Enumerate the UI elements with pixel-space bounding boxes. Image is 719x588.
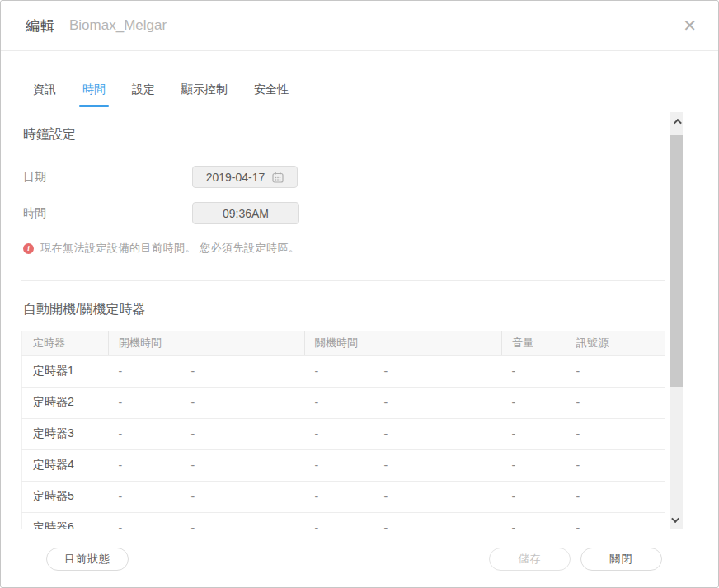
on-time: -	[181, 418, 305, 449]
on-time: -	[181, 449, 305, 481]
off-day: -	[305, 512, 374, 529]
scroll-down-button[interactable]	[670, 512, 683, 527]
scroll-up-button[interactable]	[670, 114, 683, 129]
warning-text: 現在無法設定設備的目前時間。 您必須先設定時區。	[40, 241, 300, 256]
tab-security[interactable]: 安全性	[252, 82, 290, 106]
volume: -	[502, 512, 566, 529]
close-icon[interactable]: ✕	[679, 14, 700, 37]
vertical-scrollbar[interactable]	[670, 112, 683, 529]
on-time: -	[181, 512, 305, 529]
tab-info[interactable]: 資訊	[31, 82, 58, 106]
timer-name: 定時器2	[22, 387, 109, 418]
timer-table-header-row: 定時器 開機時間 關機時間 音量 訊號源	[22, 331, 666, 355]
timer-table: 定時器 開機時間 關機時間 音量 訊號源 定時器1 - - - - - -	[21, 331, 665, 529]
volume: -	[502, 481, 566, 512]
col-power-on-time: 開機時間	[109, 331, 305, 355]
dialog-title: 編輯	[26, 16, 55, 35]
timer-section-heading: 自動開機/關機定時器	[21, 301, 665, 318]
timezone-warning: i 現在無法設定設備的目前時間。 您必須先設定時區。	[21, 241, 665, 256]
device-name: Biomax_Melgar	[69, 17, 167, 34]
date-picker[interactable]: 2019-04-17	[192, 166, 298, 188]
off-time: -	[374, 355, 502, 387]
table-row[interactable]: 定時器1 - - - - - -	[22, 355, 666, 387]
off-time: -	[374, 387, 502, 418]
col-power-off-time: 關機時間	[305, 331, 502, 355]
table-row[interactable]: 定時器2 - - - - - -	[22, 387, 666, 418]
volume: -	[502, 387, 566, 418]
table-row[interactable]: 定時器3 - - - - - -	[22, 418, 666, 449]
on-day: -	[109, 387, 181, 418]
edit-device-dialog: 編輯 Biomax_Melgar ✕ 資訊 時間 設定 顯示控制 安全性 時鐘設…	[0, 0, 719, 588]
off-time: -	[374, 449, 502, 481]
tab-display-control[interactable]: 顯示控制	[180, 82, 229, 106]
off-day: -	[305, 418, 374, 449]
chevron-up-icon	[673, 118, 681, 126]
off-time: -	[374, 418, 502, 449]
volume: -	[502, 355, 566, 387]
col-volume: 音量	[502, 331, 566, 355]
timer-name: 定時器1	[22, 355, 109, 387]
on-day: -	[109, 481, 181, 512]
on-time: -	[181, 387, 305, 418]
section-divider	[21, 280, 665, 281]
on-day: -	[109, 355, 181, 387]
save-button[interactable]: 儲存	[489, 548, 571, 571]
tab-time[interactable]: 時間	[81, 82, 107, 106]
source: -	[566, 449, 666, 481]
source: -	[566, 355, 666, 387]
tab-bar: 資訊 時間 設定 顯示控制 安全性	[21, 82, 665, 106]
on-day: -	[109, 512, 181, 529]
current-status-button[interactable]: 目前狀態	[46, 548, 129, 571]
date-value: 2019-04-17	[206, 171, 266, 184]
off-day: -	[305, 387, 374, 418]
scrollbar-thumb[interactable]	[670, 135, 683, 387]
on-day: -	[109, 418, 181, 449]
time-picker[interactable]: 09:36AM	[192, 202, 299, 224]
tab-settings[interactable]: 設定	[130, 82, 157, 106]
off-day: -	[305, 355, 374, 387]
close-button[interactable]: 關閉	[580, 548, 662, 571]
timer-name: 定時器3	[22, 418, 109, 449]
volume: -	[502, 418, 566, 449]
time-row: 時間 09:36AM	[21, 202, 665, 224]
timer-name: 定時器4	[22, 449, 109, 481]
source: -	[566, 481, 666, 512]
tab-content-scroll-area: 時鐘設定 日期 2019-04-17 時間 09:36AM	[21, 112, 665, 529]
timer-name: 定時器5	[22, 481, 109, 512]
off-day: -	[305, 449, 374, 481]
table-row[interactable]: 定時器5 - - - - - -	[22, 481, 666, 512]
on-day: -	[109, 449, 181, 481]
chevron-down-icon	[671, 515, 679, 523]
time-value: 09:36AM	[223, 207, 269, 220]
table-row[interactable]: 定時器6 - - - - - -	[22, 512, 666, 529]
on-time: -	[181, 355, 305, 387]
off-time: -	[374, 512, 502, 529]
time-label: 時間	[21, 206, 192, 221]
col-timer: 定時器	[22, 331, 109, 355]
info-icon: i	[23, 243, 34, 254]
calendar-icon	[272, 172, 284, 183]
off-time: -	[374, 481, 502, 512]
source: -	[566, 418, 666, 449]
date-row: 日期 2019-04-17	[21, 166, 665, 188]
date-label: 日期	[21, 170, 192, 185]
timer-name: 定時器6	[22, 512, 109, 529]
off-day: -	[305, 481, 374, 512]
on-time: -	[181, 481, 305, 512]
source: -	[566, 512, 666, 529]
dialog-header: 編輯 Biomax_Melgar ✕	[1, 1, 718, 51]
clock-settings-heading: 時鐘設定	[21, 126, 665, 143]
col-source: 訊號源	[566, 331, 666, 355]
volume: -	[502, 449, 566, 481]
source: -	[566, 387, 666, 418]
table-row[interactable]: 定時器4 - - - - - -	[22, 449, 666, 481]
